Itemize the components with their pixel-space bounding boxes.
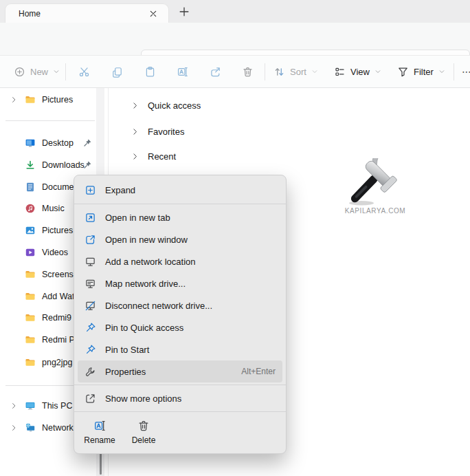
menu-item-shortcut: Alt+Enter bbox=[241, 367, 276, 376]
new-icon bbox=[14, 66, 25, 78]
cut-button[interactable] bbox=[78, 56, 90, 87]
expand-icon bbox=[85, 184, 96, 196]
section-quick-access[interactable]: Quick access bbox=[131, 94, 201, 116]
downloads-icon bbox=[25, 160, 36, 171]
menu-item-label: Properties bbox=[105, 367, 146, 377]
view-icon bbox=[334, 66, 346, 78]
section-favorites[interactable]: Favorites bbox=[131, 120, 184, 142]
this-pc-icon bbox=[25, 400, 36, 411]
filter-label: Filter bbox=[414, 67, 434, 77]
footer-button-label: Rename bbox=[84, 435, 115, 445]
menu-item-label: Show more options bbox=[105, 393, 181, 404]
rename-button[interactable]: Rename bbox=[80, 416, 120, 449]
network-icon bbox=[25, 422, 36, 433]
menu-divider bbox=[74, 385, 286, 385]
toolbar-separator bbox=[265, 63, 265, 80]
rename-icon bbox=[93, 420, 106, 432]
cut-icon bbox=[78, 66, 90, 78]
tab-bar: Home bbox=[0, 0, 470, 23]
hammer-image bbox=[339, 158, 408, 206]
watermark-text: KAPILARYA.COM bbox=[339, 207, 411, 215]
chevron-down-icon bbox=[374, 68, 381, 75]
menu-item-label: Expand bbox=[105, 185, 135, 195]
paste-button[interactable] bbox=[144, 56, 156, 87]
menu-divider bbox=[74, 411, 286, 412]
section-recent[interactable]: Recent bbox=[131, 145, 176, 167]
filter-icon bbox=[397, 66, 409, 78]
delete-icon bbox=[137, 420, 150, 432]
menu-item-label: Disconnect network drive... bbox=[105, 301, 212, 311]
context-menu: Expand Open in new tab Open in new windo… bbox=[74, 175, 287, 454]
menu-item-label: Pin to Quick access bbox=[105, 323, 183, 333]
watermark: KAPILARYA.COM bbox=[339, 158, 411, 215]
command-toolbar: New Sort View bbox=[0, 55, 470, 88]
open-new-window-icon bbox=[85, 234, 96, 246]
chevron-down-icon bbox=[311, 68, 318, 75]
network-location-icon bbox=[85, 256, 96, 268]
chevron-right-icon[interactable] bbox=[10, 402, 18, 410]
menu-item-add-network-location[interactable]: Add a network location bbox=[74, 250, 286, 272]
show-more-icon bbox=[85, 393, 96, 404]
pin-icon bbox=[85, 344, 96, 356]
filter-button[interactable]: Filter bbox=[397, 56, 445, 87]
delete-button[interactable]: Delete bbox=[124, 416, 164, 449]
see-more-icon: ⋯ bbox=[462, 66, 470, 77]
menu-item-map-network-drive[interactable]: Map network drive... bbox=[74, 272, 286, 294]
navigation-bar: Home bbox=[0, 23, 470, 55]
close-tab-icon[interactable] bbox=[148, 8, 159, 19]
menu-item-expand[interactable]: Expand bbox=[74, 178, 286, 202]
share-button[interactable] bbox=[210, 56, 221, 87]
menu-item-label: Pin to Start bbox=[105, 345, 149, 355]
chevron-right-icon[interactable] bbox=[131, 127, 139, 136]
sort-button[interactable]: Sort bbox=[273, 56, 318, 87]
delete-button[interactable] bbox=[242, 56, 254, 87]
new-button[interactable]: New bbox=[14, 56, 60, 87]
chevron-right-icon[interactable] bbox=[131, 152, 139, 161]
new-tab-icon[interactable] bbox=[178, 6, 190, 18]
menu-item-label: Add a network location bbox=[105, 257, 196, 267]
music-icon bbox=[25, 203, 36, 214]
pin-icon bbox=[82, 138, 92, 148]
menu-item-label: Map network drive... bbox=[105, 279, 186, 289]
pin-icon bbox=[85, 322, 96, 334]
sidebar-item-downloads[interactable]: Downloads bbox=[0, 154, 103, 176]
sidebar-divider bbox=[5, 120, 95, 121]
sidebar-item-label: Redmi9 bbox=[42, 313, 71, 323]
menu-item-label: Open in new window bbox=[105, 235, 188, 245]
folder-icon bbox=[25, 357, 36, 368]
sidebar-scrollbar-thumb[interactable] bbox=[100, 453, 102, 475]
tab-home[interactable]: Home bbox=[5, 3, 169, 23]
chevron-right-icon[interactable] bbox=[10, 96, 18, 104]
see-more-button[interactable]: ⋯ bbox=[462, 56, 470, 87]
view-label: View bbox=[350, 67, 370, 77]
view-button[interactable]: View bbox=[334, 56, 381, 87]
sidebar-item-label: png2jpg bbox=[42, 358, 73, 367]
menu-item-disconnect-network-drive[interactable]: Disconnect network drive... bbox=[74, 294, 286, 316]
menu-item-pin-to-quick-access[interactable]: Pin to Quick access bbox=[74, 316, 286, 338]
menu-item-show-more-options[interactable]: Show more options bbox=[74, 387, 286, 409]
menu-divider bbox=[74, 204, 286, 204]
share-icon bbox=[210, 66, 221, 78]
menu-item-open-in-new-tab[interactable]: Open in new tab bbox=[74, 206, 286, 228]
sidebar-item-desktop[interactable]: Desktop bbox=[0, 132, 103, 154]
pictures-icon bbox=[25, 225, 36, 236]
disconnect-drive-icon bbox=[85, 300, 96, 312]
folder-icon bbox=[25, 94, 36, 105]
rename-button[interactable] bbox=[177, 56, 188, 87]
chevron-right-icon[interactable] bbox=[131, 101, 139, 110]
file-explorer-window: Home Home New bbox=[0, 0, 470, 476]
section-label: Recent bbox=[148, 151, 176, 162]
wrench-icon bbox=[85, 366, 96, 378]
sidebar-item-pictures[interactable]: Pictures bbox=[0, 89, 103, 111]
menu-item-properties[interactable]: Properties Alt+Enter bbox=[78, 360, 282, 382]
toolbar-separator bbox=[65, 63, 66, 80]
sort-icon bbox=[273, 66, 285, 78]
menu-item-open-in-new-window[interactable]: Open in new window bbox=[74, 228, 286, 250]
section-label: Quick access bbox=[148, 100, 201, 111]
menu-item-pin-to-start[interactable]: Pin to Start bbox=[74, 338, 286, 360]
chevron-right-icon[interactable] bbox=[10, 424, 18, 432]
rename-icon bbox=[177, 66, 188, 78]
document-icon bbox=[25, 182, 36, 193]
footer-button-label: Delete bbox=[132, 435, 156, 445]
copy-button[interactable] bbox=[111, 56, 123, 87]
